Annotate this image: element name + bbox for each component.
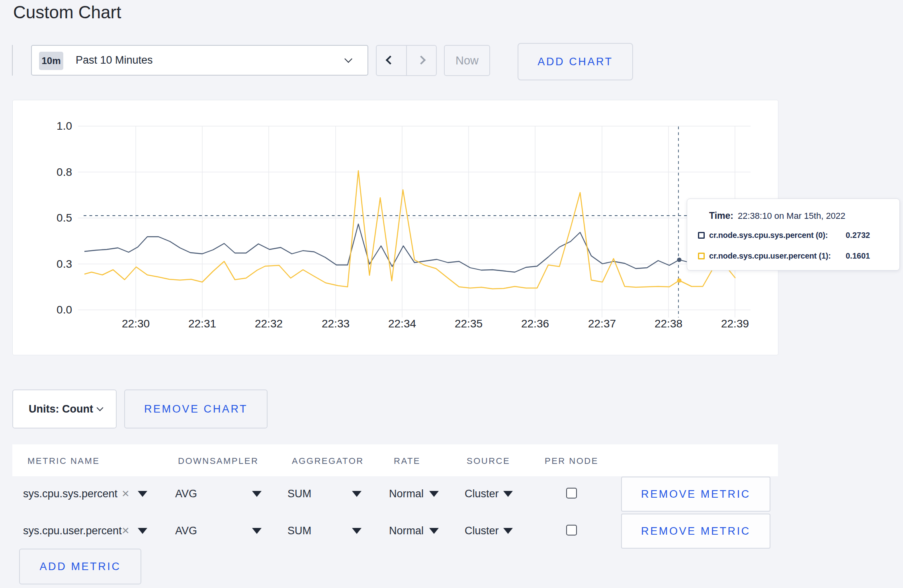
svg-text:0.8: 0.8 [57,166,72,178]
svg-text:22:35: 22:35 [455,317,483,330]
svg-text:22:36: 22:36 [521,317,549,330]
svg-text:22:38: 22:38 [655,317,682,330]
svg-text:22:33: 22:33 [322,317,350,330]
svg-text:22:31: 22:31 [188,317,216,330]
svg-text:0.3: 0.3 [57,258,72,270]
svg-text:0.5: 0.5 [57,212,72,224]
svg-text:22:34: 22:34 [388,317,416,330]
svg-text:22:32: 22:32 [255,317,283,330]
svg-text:22:30: 22:30 [122,317,150,330]
svg-text:0.0: 0.0 [57,304,72,316]
svg-text:22:39: 22:39 [721,317,749,330]
svg-text:22:37: 22:37 [588,317,616,330]
svg-text:1.0: 1.0 [57,120,72,132]
